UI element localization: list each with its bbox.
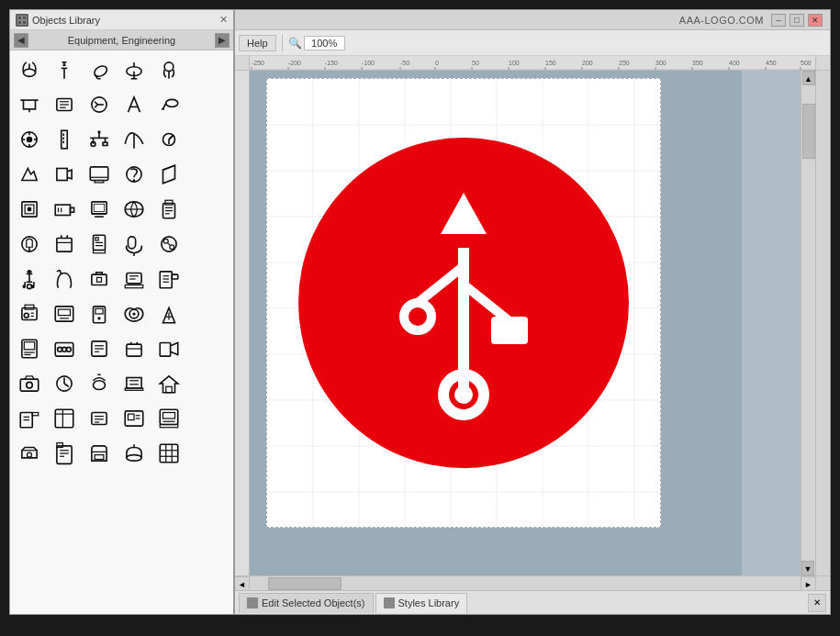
library-nav: ◀ Equipment, Engineering ▶ <box>10 30 233 50</box>
list-item[interactable] <box>82 227 117 262</box>
ruler-corner-right <box>815 56 830 71</box>
nav-prev-button[interactable]: ◀ <box>14 33 28 48</box>
list-item[interactable] <box>82 192 117 227</box>
svg-rect-60 <box>71 207 74 212</box>
list-item[interactable] <box>12 331 47 366</box>
svg-point-106 <box>24 313 28 318</box>
list-item[interactable] <box>12 157 47 192</box>
ruler-horizontal: -250 -200 -150 -100 -50 0 50 100 <box>250 56 815 71</box>
list-item[interactable] <box>82 331 117 366</box>
list-item[interactable] <box>151 52 186 87</box>
list-item[interactable] <box>12 401 47 436</box>
tab-styles-label: Styles Library <box>398 597 460 608</box>
list-item[interactable] <box>117 122 151 157</box>
list-item[interactable] <box>151 331 186 366</box>
list-item[interactable] <box>12 52 47 87</box>
list-item[interactable] <box>82 436 117 471</box>
list-item[interactable] <box>12 192 47 227</box>
list-item[interactable] <box>47 401 82 436</box>
list-item[interactable] <box>12 227 47 262</box>
list-item[interactable] <box>151 192 186 227</box>
close-button[interactable]: ✕ <box>808 14 823 27</box>
list-item[interactable] <box>82 401 117 436</box>
list-item[interactable] <box>117 87 151 122</box>
window-titlebar: AAA-LOGO.COM – □ ✕ <box>235 10 830 30</box>
svg-rect-120 <box>24 342 34 350</box>
list-item[interactable] <box>47 157 82 192</box>
list-item[interactable] <box>47 87 82 122</box>
list-item[interactable] <box>151 157 186 192</box>
list-item[interactable] <box>12 296 47 331</box>
svg-rect-99 <box>160 272 172 288</box>
canvas-viewport[interactable]: ▲ ▼ <box>250 71 815 575</box>
list-item[interactable] <box>151 87 186 122</box>
list-item[interactable] <box>117 401 151 436</box>
list-item[interactable] <box>47 122 82 157</box>
list-item[interactable] <box>82 262 117 296</box>
list-item[interactable] <box>151 436 186 471</box>
list-item[interactable] <box>82 122 117 157</box>
list-item[interactable] <box>12 436 47 471</box>
nav-next-button[interactable]: ▶ <box>215 33 230 48</box>
status-bar-close[interactable]: ✕ <box>808 594 826 612</box>
svg-text:-100: -100 <box>362 60 375 66</box>
list-item[interactable] <box>82 52 117 87</box>
list-item[interactable] <box>47 296 82 331</box>
list-item[interactable] <box>117 436 151 471</box>
list-item[interactable] <box>117 227 151 262</box>
list-item[interactable] <box>82 296 117 331</box>
list-item[interactable] <box>151 366 186 401</box>
svg-text:150: 150 <box>545 60 556 66</box>
scroll-thumb-h[interactable] <box>268 577 342 590</box>
list-item[interactable] <box>47 192 82 227</box>
list-item[interactable] <box>117 296 151 331</box>
list-item[interactable] <box>12 122 47 157</box>
list-item[interactable] <box>47 227 82 262</box>
tab-edit-label: Edit Selected Object(s) <box>262 597 365 608</box>
list-item[interactable] <box>82 157 117 192</box>
list-item[interactable] <box>47 331 82 366</box>
svg-rect-96 <box>125 285 143 288</box>
list-item[interactable] <box>12 87 47 122</box>
minimize-button[interactable]: – <box>771 14 786 27</box>
list-item[interactable] <box>117 262 151 296</box>
scroll-right-button[interactable]: ► <box>801 576 815 590</box>
list-item[interactable] <box>151 401 186 436</box>
svg-rect-150 <box>55 409 73 428</box>
library-titlebar: Objects Library ✕ <box>10 10 233 30</box>
tab-styles-library[interactable]: Styles Library <box>375 593 468 613</box>
list-item[interactable] <box>117 366 151 401</box>
list-item[interactable] <box>82 87 117 122</box>
list-item[interactable] <box>151 122 186 157</box>
help-menu-button[interactable]: Help <box>239 35 276 51</box>
maximize-button[interactable]: □ <box>790 14 804 27</box>
scroll-left-button[interactable]: ◄ <box>235 576 250 590</box>
list-item[interactable] <box>151 227 186 262</box>
list-item[interactable] <box>151 296 186 331</box>
tab-edit-selected[interactable]: Edit Selected Object(s) <box>239 593 374 613</box>
list-item[interactable] <box>47 436 82 471</box>
svg-text:0: 0 <box>435 60 439 66</box>
list-item[interactable] <box>82 366 117 401</box>
library-close-button[interactable]: ✕ <box>219 14 228 26</box>
svg-rect-4 <box>23 21 26 24</box>
list-item[interactable] <box>117 157 151 192</box>
scroll-thumb-v[interactable] <box>802 104 815 159</box>
scroll-corner <box>815 576 830 590</box>
list-item[interactable] <box>117 192 151 227</box>
list-item[interactable] <box>47 52 82 87</box>
list-item[interactable] <box>47 262 82 296</box>
list-item[interactable] <box>117 331 151 366</box>
svg-point-135 <box>27 382 33 388</box>
horizontal-scrollbar[interactable] <box>250 576 801 590</box>
list-item[interactable] <box>12 366 47 401</box>
list-item[interactable] <box>151 262 186 296</box>
svg-rect-53 <box>95 181 104 183</box>
list-item[interactable] <box>12 262 47 296</box>
list-item[interactable] <box>117 52 151 87</box>
list-item[interactable] <box>47 366 82 401</box>
vertical-scrollbar[interactable]: ▲ ▼ <box>801 71 815 575</box>
svg-point-139 <box>94 381 106 390</box>
svg-text:350: 350 <box>692 60 703 66</box>
right-border <box>815 71 830 575</box>
